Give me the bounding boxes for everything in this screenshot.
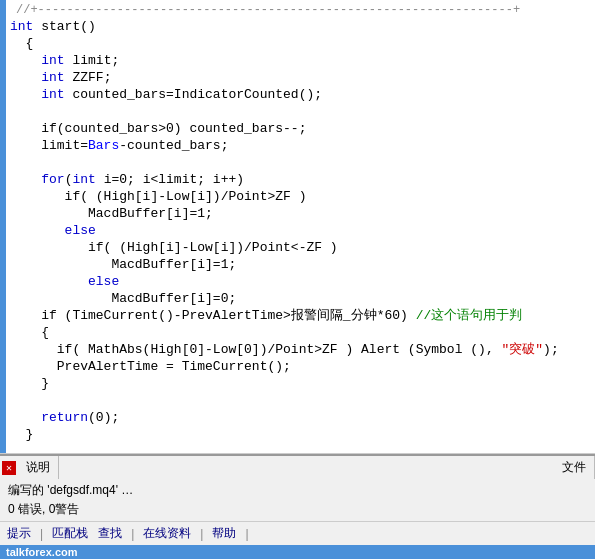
separator-1: | (40, 527, 43, 541)
bottom-toolbar: 提示 | 匹配栈 查找 | 在线资料 | 帮助 | (0, 521, 595, 545)
code-line-23 (6, 392, 595, 409)
tab-file[interactable]: 文件 (554, 456, 595, 479)
bottom-panel-header: ✕ 说明 文件 (0, 456, 595, 479)
code-line-14: if( (High[i]-Low[i])/Point<-ZF ) (6, 239, 595, 256)
code-line-4: int ZZFF; (6, 69, 595, 86)
code-line-21: PrevAlertTime = TimeCurrent(); (6, 358, 595, 375)
separator-2: | (131, 527, 134, 541)
code-line-7: if(counted_bars>0) counted_bars--; (6, 120, 595, 137)
code-line-12: MacdBuffer[i]=1; (6, 205, 595, 222)
code-line-13: else (6, 222, 595, 239)
code-line-22: } (6, 375, 595, 392)
code-line-18: if (TimeCurrent()-PrevAlertTime>报警间隔_分钟*… (6, 307, 595, 324)
code-line-19: { (6, 324, 595, 341)
help-button[interactable]: 帮助 (209, 524, 239, 543)
code-line-15: MacdBuffer[i]=1; (6, 256, 595, 273)
code-line-6 (6, 103, 595, 120)
code-line-9 (6, 154, 595, 171)
code-line-8: limit=Bars-counted_bars; (6, 137, 595, 154)
code-line-17: MacdBuffer[i]=0; (6, 290, 595, 307)
code-line-1: int start() (6, 18, 595, 35)
code-line-26 (6, 443, 595, 454)
code-line-3: int limit; (6, 52, 595, 69)
watermark: talkforex.com (0, 545, 595, 559)
left-border-decoration (0, 0, 6, 453)
code-line-20: if( MathAbs(High[0]-Low[0])/Point>ZF ) A… (6, 341, 595, 358)
code-line-5: int counted_bars=IndicatorCounted(); (6, 86, 595, 103)
panel-close-button[interactable]: ✕ (2, 461, 16, 475)
match-stack-button[interactable]: 匹配栈 (49, 524, 91, 543)
code-line-24: return(0); (6, 409, 595, 426)
code-line-2: { (6, 35, 595, 52)
online-resource-button[interactable]: 在线资料 (140, 524, 194, 543)
code-line-25: } (6, 426, 595, 443)
error-count-row: 0 错误, 0警告 (4, 500, 591, 519)
top-comment-line: //+-------------------------------------… (12, 2, 595, 18)
compile-status-row: 编写的 'defgsdf.mq4' … (4, 481, 591, 500)
bottom-content-area: 编写的 'defgsdf.mq4' … 0 错误, 0警告 (0, 479, 595, 521)
code-editor: //+-------------------------------------… (0, 0, 595, 454)
separator-4: | (245, 527, 248, 541)
code-line-11: if( (High[i]-Low[i])/Point>ZF ) (6, 188, 595, 205)
code-line-10: for(int i=0; i<limit; i++) (6, 171, 595, 188)
hint-button[interactable]: 提示 (4, 524, 34, 543)
code-line-16: else (6, 273, 595, 290)
bottom-panel: ✕ 说明 文件 编写的 'defgsdf.mq4' … 0 错误, 0警告 (0, 454, 595, 521)
separator-3: | (200, 527, 203, 541)
tab-description[interactable]: 说明 (18, 456, 59, 479)
find-button[interactable]: 查找 (95, 524, 125, 543)
